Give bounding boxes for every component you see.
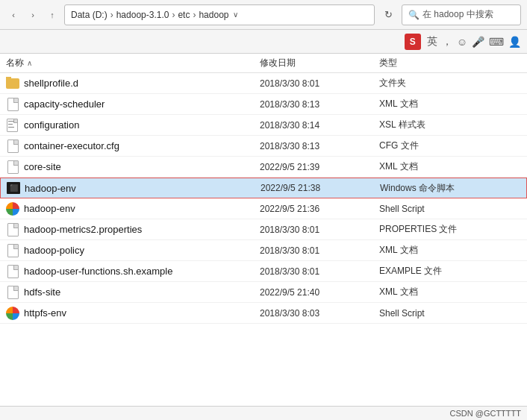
file-name-cell: ⬛ hadoop-env [1, 181, 255, 195]
file-date-cell: 2018/3/30 8:14 [254, 120, 373, 131]
file-name-cell: hadoop-policy [0, 244, 254, 257]
file-icon-container [6, 98, 19, 111]
file-icon-container [6, 119, 19, 132]
breadcrumb-hadoop-310[interactable]: hadoop-3.1.0 [116, 10, 169, 20]
file-name-cell: hdfs-site [0, 286, 254, 299]
status-credit: CSDN @GCTTTTT [450, 409, 522, 418]
file-icon-container: ⬛ [7, 181, 20, 195]
refresh-button[interactable]: ↻ [379, 6, 397, 24]
search-bar[interactable]: 🔍 在 hadoop 中搜索 [402, 4, 521, 25]
table-row[interactable]: httpfs-env 2018/3/30 8:03 Shell Script [0, 303, 527, 324]
sogou-toolbar: S 英 ， ☺ 🎤 ⌨ 👤 [0, 30, 527, 54]
table-row[interactable]: core-site 2022/9/5 21:39 XML 文档 [0, 157, 527, 178]
file-type-cell: PROPERTIES 文件 [373, 223, 527, 236]
file-date-cell: 2018/3/30 8:01 [254, 225, 373, 235]
file-date-cell: 2022/9/5 21:39 [254, 162, 373, 172]
breadcrumb-hadoop[interactable]: hadoop [199, 10, 228, 20]
file-type-cell: XML 文档 [373, 244, 527, 257]
file-type-cell: XML 文档 [373, 286, 527, 298]
file-name-label: capacity-scheduler [24, 98, 105, 110]
table-row[interactable]: container-executor.cfg 2018/3/30 8:13 CF… [0, 136, 527, 157]
file-name-cell: hadoop-metrics2.properties [0, 223, 254, 236]
file-date-cell: 2018/3/30 8:01 [254, 78, 373, 89]
file-name-cell: httpfs-env [0, 307, 254, 320]
file-date-cell: 2018/3/30 8:01 [254, 266, 373, 277]
file-type-cell: CFG 文件 [373, 140, 527, 152]
file-type-cell: Windows 命令脚本 [374, 182, 526, 195]
breadcrumb-etc[interactable]: etc [178, 10, 190, 20]
table-row[interactable]: hadoop-user-functions.sh.example 2018/3/… [0, 261, 527, 282]
status-bar: CSDN @GCTTTTT [0, 406, 527, 420]
col-date-header[interactable]: 修改日期 [254, 57, 373, 69]
file-type-cell: XSL 样式表 [373, 119, 527, 131]
sogou-icons: 英 ， ☺ 🎤 ⌨ 👤 [427, 35, 521, 48]
table-row[interactable]: shellprofile.d 2018/3/30 8:01 文件夹 [0, 73, 527, 94]
breadcrumb-data-d[interactable]: Data (D:) [71, 10, 107, 20]
file-area: 名称 ∧ 修改日期 类型 shellprofile.d 2018/3/30 8:… [0, 54, 527, 406]
file-name-label: core-site [24, 161, 61, 172]
col-type-header[interactable]: 类型 [373, 57, 527, 69]
file-icon [7, 244, 19, 257]
sogou-emoji-icon[interactable]: ☺ [457, 36, 467, 48]
search-icon: 🔍 [408, 10, 420, 20]
file-name-label: hadoop-env [24, 203, 75, 214]
file-name-cell: shellprofile.d [0, 77, 254, 90]
shell-icon [6, 202, 19, 216]
file-name-cell: configuration [0, 119, 254, 132]
file-type-cell: Shell Script [373, 308, 527, 319]
file-icon [7, 98, 19, 111]
file-name-cell: core-site [0, 160, 254, 174]
file-explorer-window: ‹ › ↑ Data (D:) › hadoop-3.1.0 › etc › h… [0, 0, 527, 420]
sogou-mic-icon[interactable]: 🎤 [472, 36, 484, 48]
address-dropdown-icon[interactable]: ∨ [233, 10, 238, 19]
sogou-user-icon[interactable]: 👤 [508, 36, 521, 48]
file-icon-container [6, 286, 19, 299]
file-date-cell: 2018/3/30 8:13 [254, 99, 373, 110]
file-name-cell: capacity-scheduler [0, 98, 254, 111]
file-icon-container [6, 160, 19, 174]
up-button[interactable]: ↑ [45, 7, 60, 22]
file-list: 名称 ∧ 修改日期 类型 shellprofile.d 2018/3/30 8:… [0, 54, 527, 406]
file-icon [7, 140, 19, 153]
file-name-label: shellprofile.d [24, 78, 78, 89]
file-name-label: hadoop-env [25, 183, 76, 194]
file-name-label: hdfs-site [24, 286, 60, 298]
table-row[interactable]: configuration 2018/3/30 8:14 XSL 样式表 [0, 115, 527, 136]
file-type-cell: XML 文档 [373, 160, 527, 173]
file-date-cell: 2022/9/5 21:36 [254, 204, 373, 214]
sogou-logo[interactable]: S [405, 34, 421, 50]
file-name-label: container-executor.cfg [24, 140, 119, 151]
table-row[interactable]: capacity-scheduler 2018/3/30 8:13 XML 文档 [0, 94, 527, 115]
file-icon-container [6, 307, 19, 320]
sogou-en-icon[interactable]: 英 [427, 35, 437, 48]
shell-icon [6, 307, 19, 320]
col-name-header[interactable]: 名称 ∧ [0, 57, 254, 69]
file-type-cell: XML 文档 [373, 98, 527, 110]
sort-arrow-icon: ∧ [27, 59, 32, 67]
sogou-keyboard-icon[interactable]: ⌨ [489, 36, 504, 48]
file-name-label: hadoop-user-functions.sh.example [24, 266, 172, 277]
table-row[interactable]: hdfs-site 2022/9/5 21:40 XML 文档 [0, 282, 527, 303]
breadcrumb-sep-1: › [172, 10, 175, 20]
table-row[interactable]: ⬛ hadoop-env 2022/9/5 21:38 Windows 命令脚本 [0, 178, 527, 198]
toolbar: ‹ › ↑ Data (D:) › hadoop-3.1.0 › etc › h… [0, 0, 527, 30]
file-type-cell: 文件夹 [373, 77, 527, 90]
address-bar[interactable]: Data (D:) › hadoop-3.1.0 › etc › hadoop … [64, 4, 375, 25]
file-date-cell: 2018/3/30 8:13 [254, 141, 373, 151]
sogou-comma-icon[interactable]: ， [442, 35, 452, 48]
back-button[interactable]: ‹ [6, 7, 21, 22]
file-icon-container [6, 77, 19, 90]
breadcrumb-sep-0: › [110, 10, 113, 20]
file-type-cell: Shell Script [373, 204, 527, 214]
file-date-cell: 2018/3/30 8:03 [254, 308, 373, 319]
file-name-cell: hadoop-user-functions.sh.example [0, 265, 254, 278]
column-header: 名称 ∧ 修改日期 类型 [0, 54, 527, 73]
file-name-cell: container-executor.cfg [0, 140, 254, 153]
table-row[interactable]: hadoop-env 2022/9/5 21:36 Shell Script [0, 198, 527, 219]
forward-button[interactable]: › [25, 7, 40, 22]
file-rows-container: shellprofile.d 2018/3/30 8:01 文件夹 capaci… [0, 73, 527, 324]
col-name-label: 名称 [6, 57, 24, 69]
file-icon [7, 223, 19, 236]
table-row[interactable]: hadoop-policy 2018/3/30 8:01 XML 文档 [0, 240, 527, 261]
table-row[interactable]: hadoop-metrics2.properties 2018/3/30 8:0… [0, 219, 527, 240]
